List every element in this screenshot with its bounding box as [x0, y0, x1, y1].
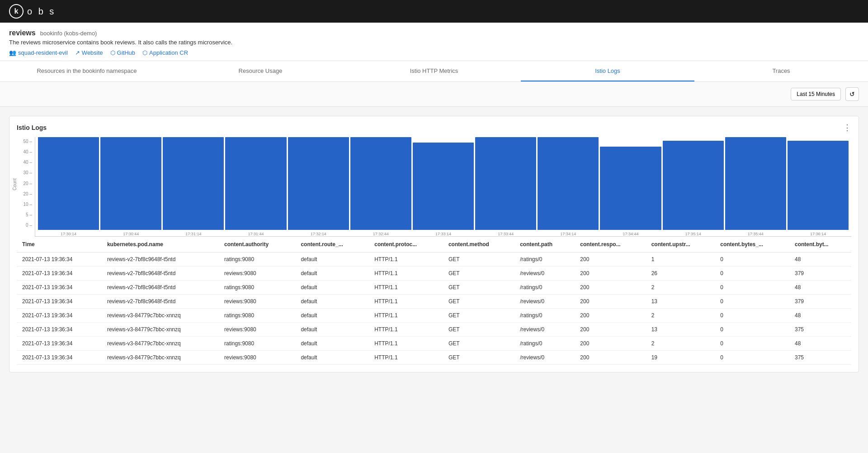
table-cell: 1 [646, 253, 715, 267]
service-description: The reviews microservice contains book r… [9, 39, 859, 46]
bar [163, 137, 224, 230]
table-cell: 200 [575, 281, 646, 295]
bar-group: 17:30:14 [38, 137, 99, 236]
table-cell: 200 [575, 253, 646, 267]
table-cell: 0 [715, 323, 789, 337]
github-icon: ⬡ [110, 49, 115, 56]
y-label-10: 10 – [24, 202, 32, 207]
table-cell: /reviews/0 [514, 267, 575, 281]
people-icon: 👥 [9, 49, 16, 56]
table-cell: 0 [715, 295, 789, 309]
app-cr-link[interactable]: ⬡ Application CR [142, 49, 188, 56]
bar [725, 137, 786, 230]
table-cell: default [295, 281, 369, 295]
table-cell: default [295, 295, 369, 309]
column-header: content.bytes_... [715, 237, 789, 253]
bar-label: 17:31:44 [248, 232, 264, 236]
bar-label: 17:34:44 [623, 232, 638, 236]
table-cell: /ratings/0 [514, 337, 575, 351]
bar-label: 17:36:14 [810, 232, 826, 236]
table-cell: 200 [575, 323, 646, 337]
table-cell: 2021-07-13 19:36:34 [17, 337, 102, 351]
table-cell: reviews-v3-84779c7bbc-xnnzq [102, 323, 219, 337]
table-cell: ratings:9080 [219, 281, 295, 295]
column-header: content.upstr... [646, 237, 715, 253]
bars-area: 17:30:1417:30:4417:31:1417:31:4417:32:14… [35, 137, 851, 237]
bar-group: 17:31:44 [225, 137, 286, 236]
table-cell: reviews:9080 [219, 295, 295, 309]
website-link[interactable]: ↗ Website [75, 49, 103, 56]
table-row[interactable]: 2021-07-13 19:36:34reviews-v3-84779c7bbc… [17, 337, 851, 351]
table-cell: reviews-v2-7bf8c9648f-t5ntd [102, 253, 219, 267]
table-cell: reviews-v3-84779c7bbc-xnnzq [102, 309, 219, 323]
table-row[interactable]: 2021-07-13 19:36:34reviews-v2-7bf8c9648f… [17, 281, 851, 295]
table-cell: 48 [789, 309, 851, 323]
refresh-button[interactable]: ↺ [845, 87, 859, 101]
table-cell: 200 [575, 337, 646, 351]
filter-bar: Last 15 Minutes ↺ [0, 82, 868, 107]
external-link-icon: ↗ [75, 49, 80, 56]
service-namespace: bookinfo (kobs-demo) [40, 30, 97, 37]
table-cell: 48 [789, 337, 851, 351]
log-table: Timekubernetes.pod.namecontent.authority… [17, 237, 851, 365]
squad-link[interactable]: 👥 squad-resident-evil [9, 49, 68, 56]
main-content: Istio Logs ⋮ 50 – 40 – 40 – 30 – 20 – 20… [0, 107, 868, 381]
table-cell: 200 [575, 295, 646, 309]
table-cell: 200 [575, 351, 646, 365]
table-cell: 200 [575, 267, 646, 281]
table-cell: default [295, 351, 369, 365]
tab-istio-metrics[interactable]: Istio HTTP Metrics [347, 61, 521, 81]
y-label-20a: 20 – [24, 181, 32, 186]
table-cell: GET [443, 295, 514, 309]
bar [538, 137, 599, 230]
tab-resource-usage[interactable]: Resource Usage [174, 61, 347, 81]
tab-traces[interactable]: Traces [694, 61, 868, 81]
tab-istio-logs[interactable]: Istio Logs [521, 61, 694, 81]
y-axis: 50 – 40 – 40 – 30 – 20 – 20 – 10 – 5 – 0… [17, 137, 35, 237]
bar-chart: 50 – 40 – 40 – 30 – 20 – 20 – 10 – 5 – 0… [17, 137, 851, 237]
table-cell: /reviews/0 [514, 295, 575, 309]
bar-group: 17:33:14 [413, 137, 474, 236]
table-cell: ratings:9080 [219, 337, 295, 351]
logo-text: o b s [27, 6, 56, 17]
column-header: content.protoc... [369, 237, 443, 253]
y-label-30: 30 – [24, 170, 32, 175]
table-row[interactable]: 2021-07-13 19:36:34reviews-v3-84779c7bbc… [17, 309, 851, 323]
table-row[interactable]: 2021-07-13 19:36:34reviews-v2-7bf8c9648f… [17, 253, 851, 267]
table-cell: default [295, 323, 369, 337]
y-label-50: 50 – [24, 139, 32, 144]
table-cell: 0 [715, 253, 789, 267]
service-links: 👥 squad-resident-evil ↗ Website ⬡ GitHub… [9, 49, 859, 56]
column-header: content.route_... [295, 237, 369, 253]
bar [350, 137, 411, 230]
bar [288, 137, 349, 230]
table-cell: HTTP/1.1 [369, 267, 443, 281]
table-cell: HTTP/1.1 [369, 309, 443, 323]
table-cell: 2021-07-13 19:36:34 [17, 323, 102, 337]
table-cell: ratings:9080 [219, 309, 295, 323]
y-axis-title: Count [12, 178, 17, 191]
table-row[interactable]: 2021-07-13 19:36:34reviews-v2-7bf8c9648f… [17, 295, 851, 309]
github-link[interactable]: ⬡ GitHub [110, 49, 135, 56]
table-cell: GET [443, 281, 514, 295]
app-cr-icon: ⬡ [142, 49, 147, 56]
bar-label: 17:35:14 [685, 232, 701, 236]
table-cell: 375 [789, 351, 851, 365]
table-cell: 13 [646, 295, 715, 309]
table-row[interactable]: 2021-07-13 19:36:34reviews-v3-84779c7bbc… [17, 323, 851, 337]
table-row[interactable]: 2021-07-13 19:36:34reviews-v3-84779c7bbc… [17, 351, 851, 365]
more-options-button[interactable]: ⋮ [843, 124, 851, 132]
time-filter-button[interactable]: Last 15 Minutes [791, 88, 841, 100]
bar-group: 17:33:44 [475, 137, 536, 236]
y-label-40b: 40 – [24, 160, 32, 165]
table-cell: GET [443, 351, 514, 365]
table-cell: 0 [715, 281, 789, 295]
tab-resources[interactable]: Resources in the bookinfo namespace [0, 61, 174, 81]
bar-label: 17:34:14 [560, 232, 576, 236]
table-row[interactable]: 2021-07-13 19:36:34reviews-v2-7bf8c9648f… [17, 267, 851, 281]
table-cell: GET [443, 323, 514, 337]
table-cell: /reviews/0 [514, 351, 575, 365]
table-cell: GET [443, 267, 514, 281]
table-cell: reviews:9080 [219, 323, 295, 337]
table-cell: default [295, 337, 369, 351]
